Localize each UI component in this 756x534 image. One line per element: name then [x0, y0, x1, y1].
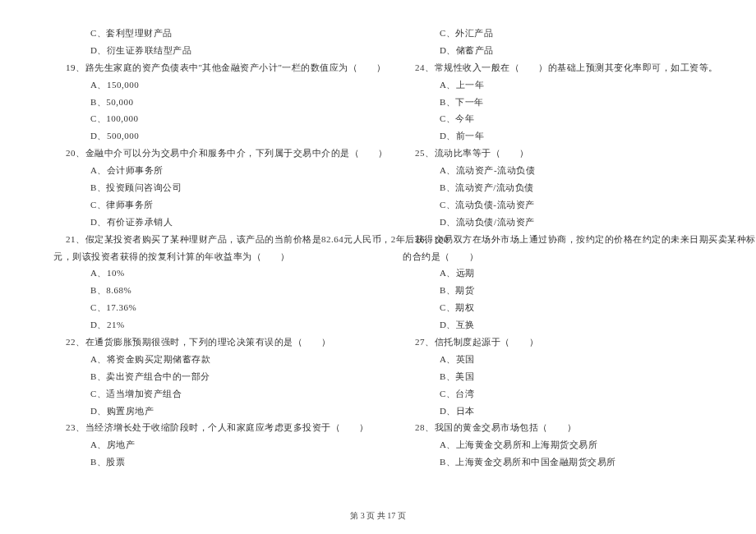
option-text: B、流动资产/流动负债 [390, 179, 715, 196]
option-text: D、前一年 [390, 127, 715, 145]
question-26-line1: 26、交易双方在场外市场上通过协商，按约定的价格在约定的未来日期买卖某种标的金融… [390, 231, 715, 248]
left-column: C、套利型理财产品 D、衍生证券联结型产品 19、路先生家庭的资产负债表中"其他… [41, 25, 366, 471]
option-text: C、外汇产品 [390, 25, 715, 42]
option-text: D、储蓄产品 [390, 42, 715, 59]
question-25: 25、流动比率等于（ ） [390, 145, 715, 162]
option-text: C、律师事务所 [41, 196, 366, 214]
page-content: C、套利型理财产品 D、衍生证券联结型产品 19、路先生家庭的资产负债表中"其他… [0, 0, 756, 487]
option-text: D、日本 [390, 403, 715, 420]
right-column: C、外汇产品 D、储蓄产品 24、常规性收入一般在（ ）的基础上预测其变化率即可… [390, 25, 715, 471]
option-text: D、500,000 [41, 127, 366, 145]
option-text: A、会计师事务所 [41, 162, 366, 179]
option-text: A、流动资产-流动负债 [390, 162, 715, 179]
question-20: 20、金融中介可以分为交易中介和服务中介，下列属于交易中介的是（ ） [41, 145, 366, 162]
question-27: 27、信托制度起源于（ ） [390, 334, 715, 351]
option-text: B、8.68% [41, 282, 366, 299]
option-text: A、上海黄金交易所和上海期货交易所 [390, 436, 715, 453]
question-23: 23、当经济增长处于收缩阶段时，个人和家庭应考虑更多投资于（ ） [41, 419, 366, 436]
option-text: C、台湾 [390, 385, 715, 403]
option-text: D、21% [41, 316, 366, 334]
option-text: C、17.36% [41, 299, 366, 316]
option-text: B、股票 [41, 453, 366, 471]
question-21-line2: 元，则该投资者获得的按复利计算的年收益率为（ ） [41, 248, 366, 265]
option-text: D、购置房地产 [41, 403, 366, 420]
option-text: B、下一年 [390, 94, 715, 111]
option-text: D、互换 [390, 316, 715, 334]
option-text: B、上海黄金交易所和中国金融期货交易所 [390, 453, 715, 471]
option-text: A、英国 [390, 351, 715, 368]
question-19: 19、路先生家庭的资产负债表中"其他金融资产小计"一栏的数值应为（ ） [41, 59, 366, 76]
option-text: C、期权 [390, 299, 715, 316]
option-text: C、适当增加资产组合 [41, 385, 366, 403]
option-text: D、流动负债/流动资产 [390, 214, 715, 231]
option-text: A、房地产 [41, 436, 366, 453]
page-footer: 第 3 页 共 17 页 [0, 510, 756, 522]
question-26-line2: 的合约是（ ） [390, 248, 715, 265]
option-text: B、投资顾问咨询公司 [41, 179, 366, 196]
option-text: B、50,000 [41, 94, 366, 111]
option-text: D、衍生证券联结型产品 [41, 42, 366, 59]
option-text: C、套利型理财产品 [41, 25, 366, 42]
question-28: 28、我国的黄金交易市场包括（ ） [390, 419, 715, 436]
option-text: A、上一年 [390, 76, 715, 94]
option-text: D、有价证券承销人 [41, 214, 366, 231]
option-text: C、流动负债-流动资产 [390, 196, 715, 214]
option-text: A、150,000 [41, 76, 366, 94]
question-24: 24、常规性收入一般在（ ）的基础上预测其变化率即可，如工资等。 [390, 59, 715, 76]
option-text: B、卖出资产组合中的一部分 [41, 368, 366, 385]
option-text: B、期货 [390, 282, 715, 299]
question-21-line1: 21、假定某投资者购买了某种理财产品，该产品的当前价格是82.64元人民币，2年… [41, 231, 366, 248]
option-text: C、今年 [390, 110, 715, 127]
option-text: A、远期 [390, 265, 715, 282]
question-22: 22、在通货膨胀预期很强时，下列的理论决策有误的是（ ） [41, 334, 366, 351]
option-text: B、美国 [390, 368, 715, 385]
option-text: A、10% [41, 265, 366, 282]
option-text: C、100,000 [41, 110, 366, 127]
option-text: A、将资金购买定期储蓄存款 [41, 351, 366, 368]
